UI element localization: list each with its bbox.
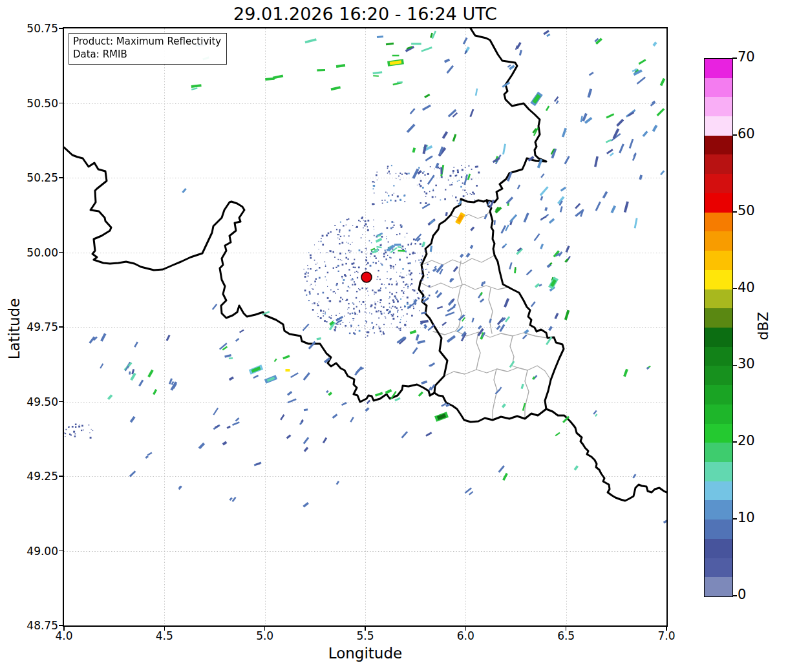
colorbar-tick-mark xyxy=(732,365,737,366)
y-tick-mark xyxy=(59,28,63,29)
colorbar-band xyxy=(705,289,732,309)
radar-figure: 29.01.2026 16:20 - 16:24 UTC Product: Ma… xyxy=(0,0,788,672)
colorbar-tick-mark xyxy=(732,58,737,59)
colorbar-band xyxy=(705,154,732,174)
colorbar-tick-mark xyxy=(732,211,737,213)
x-tick-mark xyxy=(465,627,467,631)
x-tick-mark xyxy=(365,627,366,631)
colorbar-band xyxy=(705,116,732,136)
colorbar-band xyxy=(705,424,732,443)
colorbar-tick-label: 50 xyxy=(738,203,755,218)
y-tick-mark xyxy=(59,625,63,626)
y-tick-label: 48.75 xyxy=(13,619,58,632)
y-tick-mark xyxy=(59,401,63,403)
x-tick-mark xyxy=(164,627,165,631)
y-tick-mark xyxy=(59,551,63,552)
colorbar-tick-mark xyxy=(732,134,737,136)
colorbar-tick-label: 10 xyxy=(738,510,755,525)
colorbar-band xyxy=(705,539,732,558)
y-tick-label: 49.25 xyxy=(13,470,58,483)
x-tick-mark xyxy=(264,627,266,631)
colorbar-band xyxy=(705,577,732,596)
colorbar-tick-label: 40 xyxy=(738,280,755,295)
y-tick-mark xyxy=(59,252,63,253)
x-axis-label: Longitude xyxy=(64,645,666,662)
y-tick-label: 50.50 xyxy=(13,97,58,110)
x-tick-mark xyxy=(566,627,567,631)
colorbar-tick-label: 70 xyxy=(738,49,755,65)
colorbar-band xyxy=(705,59,732,78)
colorbar xyxy=(704,58,733,597)
y-tick-mark xyxy=(59,476,63,477)
info-product-line: Product: Maximum Reflectivity xyxy=(73,35,221,48)
y-tick-label: 50.00 xyxy=(13,246,58,259)
colorbar-band xyxy=(705,404,732,424)
colorbar-band xyxy=(705,193,732,213)
x-tick-mark xyxy=(63,627,65,631)
colorbar-band xyxy=(705,481,732,501)
y-tick-mark xyxy=(59,103,63,104)
chart-title: 29.01.2026 16:20 - 16:24 UTC xyxy=(64,4,666,24)
y-tick-label: 50.75 xyxy=(13,22,58,35)
colorbar-band xyxy=(705,328,732,347)
info-box: Product: Maximum Reflectivity Data: RMIB xyxy=(69,33,227,65)
y-tick-label: 49.75 xyxy=(13,320,58,333)
colorbar-band xyxy=(705,308,732,328)
x-tick-label: 6.5 xyxy=(547,629,586,642)
colorbar-band xyxy=(705,213,732,232)
y-tick-label: 49.00 xyxy=(13,545,58,558)
colorbar-axis-label: dBZ xyxy=(755,307,771,346)
y-tick-label: 50.25 xyxy=(13,171,58,184)
x-tick-label: 7.0 xyxy=(647,629,686,642)
colorbar-band xyxy=(705,78,732,98)
colorbar-band xyxy=(705,500,732,520)
y-tick-label: 49.50 xyxy=(13,395,58,408)
colorbar-tick-mark xyxy=(732,595,737,596)
colorbar-band xyxy=(705,385,732,404)
colorbar-band xyxy=(705,174,732,193)
x-tick-mark xyxy=(666,627,667,631)
info-data-line: Data: RMIB xyxy=(73,48,221,61)
colorbar-band xyxy=(705,136,732,155)
colorbar-band xyxy=(705,270,732,289)
colorbar-tick-mark xyxy=(732,288,737,289)
colorbar-band xyxy=(705,231,732,251)
colorbar-band xyxy=(705,251,732,270)
y-tick-mark xyxy=(59,326,63,328)
x-tick-label: 6.0 xyxy=(446,629,485,642)
x-tick-label: 5.5 xyxy=(346,629,385,642)
colorbar-tick-label: 0 xyxy=(738,587,746,602)
colorbar-band xyxy=(705,520,732,539)
x-tick-label: 5.0 xyxy=(246,629,284,642)
colorbar-tick-label: 20 xyxy=(738,433,755,448)
colorbar-band xyxy=(705,366,732,385)
x-tick-label: 4.5 xyxy=(145,629,184,642)
colorbar-tick-label: 30 xyxy=(738,356,755,372)
map-canvas xyxy=(64,28,666,625)
map-plot-area xyxy=(63,27,668,627)
colorbar-band xyxy=(705,558,732,578)
colorbar-band xyxy=(705,443,732,462)
y-tick-mark xyxy=(59,177,63,178)
colorbar-tick-label: 60 xyxy=(738,126,755,142)
colorbar-band xyxy=(705,97,732,116)
colorbar-tick-mark xyxy=(732,441,737,443)
colorbar-band xyxy=(705,462,732,481)
colorbar-band xyxy=(705,347,732,366)
colorbar-tick-mark xyxy=(732,518,737,520)
